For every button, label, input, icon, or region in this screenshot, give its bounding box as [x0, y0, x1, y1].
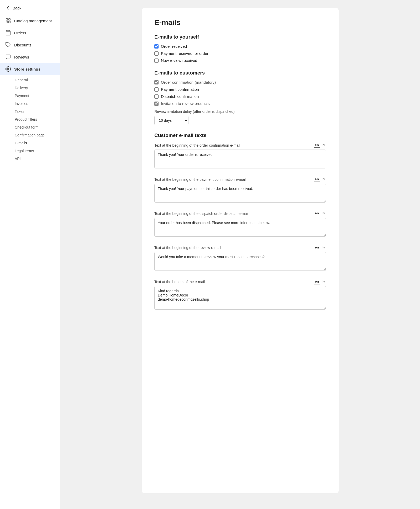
dispatch-text-label: Text at the beginning of the dispatch or… — [154, 211, 249, 216]
payment-confirmation-row: Payment confirmation — [154, 87, 326, 92]
subnav-product-filters[interactable]: Product filters — [0, 115, 60, 123]
order-confirmation-lang-tabs: en lv — [314, 142, 326, 148]
bottom-lang-tabs: en lv — [314, 279, 326, 284]
dispatch-confirmation-checkbox[interactable] — [154, 94, 159, 99]
dispatch-confirmation-row: Dispatch confirmation — [154, 94, 326, 99]
review-delay-row: Review invitation delay (after order is … — [154, 109, 326, 125]
order-received-checkbox[interactable] — [154, 44, 159, 49]
order-received-row: Order received — [154, 44, 326, 49]
payment-confirmation-checkbox[interactable] — [154, 87, 159, 92]
settings-icon — [5, 66, 11, 72]
sidebar-item-orders[interactable]: Orders — [0, 27, 60, 39]
payment-confirmation-textarea[interactable]: Thank you! Your payment for this order h… — [154, 184, 326, 203]
lang-tab-en[interactable]: en — [314, 142, 320, 148]
customer-email-texts-heading: Customer e-mail texts — [154, 132, 326, 138]
store-settings-subnav: General Delivery Payment Invoices Taxes … — [0, 75, 60, 165]
bottom-text-block: Text at the bottom of the e-mail en lv K… — [154, 279, 326, 310]
orders-icon — [5, 30, 11, 36]
lang-tab-en-2[interactable]: en — [314, 177, 320, 182]
sidebar-item-reviews[interactable]: Reviews — [0, 51, 60, 63]
order-confirmation-text-label: Text at the beginning of the order confi… — [154, 143, 240, 147]
dispatch-textarea[interactable]: Your order has been dispatched. Please s… — [154, 218, 326, 237]
sidebar-item-discounts[interactable]: Discounts — [0, 39, 60, 51]
customer-email-texts-section: Customer e-mail texts Text at the beginn… — [154, 132, 326, 310]
review-text-header: Text at the beginning of the review e-ma… — [154, 245, 326, 250]
lang-tab-lv-5[interactable]: lv — [322, 279, 326, 284]
order-confirmation-label: Order confirmation (mandatory) — [161, 80, 216, 84]
subnav-general[interactable]: General — [0, 76, 60, 84]
sidebar-item-store-settings[interactable]: Store settings — [0, 63, 60, 75]
svg-rect-2 — [6, 21, 8, 23]
sidebar-item-catalog[interactable]: Catalog management — [0, 15, 60, 27]
new-review-row: New review received — [154, 58, 326, 63]
payment-confirmation-text-block: Text at the beginning of the payment con… — [154, 177, 326, 203]
subnav-payment[interactable]: Payment — [0, 92, 60, 100]
dispatch-lang-tabs: en lv — [314, 211, 326, 216]
lang-tab-lv[interactable]: lv — [322, 142, 326, 148]
lang-tab-en-5[interactable]: en — [314, 279, 320, 284]
bottom-text-label: Text at the bottom of the e-mail — [154, 280, 205, 284]
discounts-label: Discounts — [14, 43, 32, 47]
svg-rect-1 — [9, 19, 10, 20]
payment-confirmation-lang-tabs: en lv — [314, 177, 326, 182]
emails-to-customers-section: E-mails to customers Order confirmation … — [154, 70, 326, 125]
catalog-label: Catalog management — [14, 19, 52, 23]
lang-tab-lv-4[interactable]: lv — [322, 245, 326, 250]
orders-label: Orders — [14, 31, 26, 35]
payment-confirmation-label: Payment confirmation — [161, 87, 199, 92]
lang-tab-lv-2[interactable]: lv — [322, 177, 326, 182]
emails-to-yourself-section: E-mails to yourself Order received Payme… — [154, 34, 326, 63]
payment-confirmation-text-header: Text at the beginning of the payment con… — [154, 177, 326, 182]
reviews-label: Reviews — [14, 55, 29, 59]
review-text-block: Text at the beginning of the review e-ma… — [154, 245, 326, 272]
bottom-textarea[interactable]: Kind regards, Demo HomeDecor demo-homede… — [154, 286, 326, 310]
back-label: Back — [13, 6, 21, 10]
store-settings-label: Store settings — [14, 67, 40, 71]
dispatch-confirmation-label: Dispatch confirmation — [161, 94, 199, 99]
subnav-legal-terms[interactable]: Legal terms — [0, 147, 60, 155]
review-delay-select[interactable]: 5 days 7 days 10 days 14 days 30 days — [154, 116, 188, 125]
order-confirmation-row: Order confirmation (mandatory) — [154, 80, 326, 84]
emails-customers-heading: E-mails to customers — [154, 70, 326, 76]
order-confirmation-text-block: Text at the beginning of the order confi… — [154, 142, 326, 169]
order-confirmation-text-header: Text at the beginning of the order confi… — [154, 142, 326, 148]
discounts-icon — [5, 42, 11, 48]
bottom-text-header: Text at the bottom of the e-mail en lv — [154, 279, 326, 284]
subnav-invoices[interactable]: Invoices — [0, 100, 60, 108]
content-card: E-mails E-mails to yourself Order receiv… — [142, 8, 339, 493]
new-review-label: New review received — [161, 58, 197, 63]
review-text-label: Text at the beginning of the review e-ma… — [154, 246, 221, 250]
main-content: E-mails E-mails to yourself Order receiv… — [60, 0, 420, 509]
invitation-review-row: Invitation to review products — [154, 101, 326, 106]
lang-tab-lv-3[interactable]: lv — [322, 211, 326, 216]
page-title: E-mails — [154, 18, 326, 27]
review-lang-tabs: en lv — [314, 245, 326, 250]
back-button[interactable]: Back — [0, 0, 60, 15]
payment-received-checkbox[interactable] — [154, 51, 159, 56]
svg-point-6 — [7, 68, 9, 70]
reviews-icon — [5, 54, 11, 60]
catalog-icon — [5, 18, 11, 24]
review-textarea[interactable]: Would you take a moment to review your m… — [154, 252, 326, 271]
review-delay-label: Review invitation delay (after order is … — [154, 109, 326, 114]
order-confirmation-checkbox[interactable] — [154, 80, 159, 84]
subnav-emails[interactable]: E-mails — [0, 139, 60, 147]
lang-tab-en-4[interactable]: en — [314, 245, 320, 250]
subnav-checkout-form[interactable]: Checkout form — [0, 123, 60, 131]
dispatch-text-header: Text at the beginning of the dispatch or… — [154, 211, 326, 216]
order-received-label: Order received — [161, 44, 187, 49]
order-confirmation-textarea[interactable]: Thank you! Your order is received. — [154, 150, 326, 168]
subnav-confirmation-page[interactable]: Confirmation page — [0, 131, 60, 139]
payment-received-label: Payment received for order — [161, 51, 208, 56]
new-review-checkbox[interactable] — [154, 59, 159, 63]
subnav-api[interactable]: API — [0, 155, 60, 163]
subnav-taxes[interactable]: Taxes — [0, 108, 60, 115]
lang-tab-en-3[interactable]: en — [314, 211, 320, 216]
payment-received-row: Payment received for order — [154, 51, 326, 56]
svg-rect-3 — [9, 21, 10, 23]
invitation-review-label: Invitation to review products — [161, 101, 210, 106]
payment-confirmation-text-label: Text at the beginning of the payment con… — [154, 177, 246, 182]
subnav-delivery[interactable]: Delivery — [0, 84, 60, 92]
dispatch-text-block: Text at the beginning of the dispatch or… — [154, 211, 326, 237]
invitation-review-checkbox[interactable] — [154, 102, 159, 106]
